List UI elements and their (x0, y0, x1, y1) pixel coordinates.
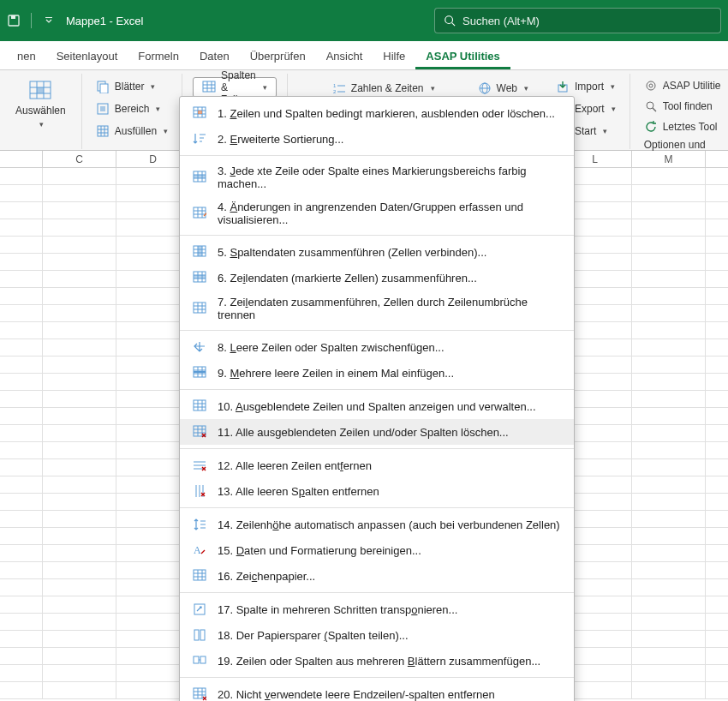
cell[interactable] (0, 562, 43, 578)
auswaehlen-button[interactable]: Auswählen ▾ (10, 77, 71, 130)
cell[interactable] (632, 579, 706, 596)
cell[interactable] (0, 374, 43, 390)
cell[interactable] (0, 614, 43, 630)
cell[interactable] (632, 391, 706, 407)
cell[interactable] (632, 168, 706, 184)
cell[interactable] (43, 374, 116, 390)
cell[interactable] (0, 631, 43, 647)
menu-item[interactable]: A15. Daten und Formatierung bereinigen..… (180, 537, 574, 563)
tab-seitenlayout[interactable]: Seitenlayout (46, 43, 128, 69)
bereich-button[interactable]: Bereich ▾ (92, 99, 171, 118)
cell[interactable] (43, 494, 116, 510)
cell[interactable] (43, 391, 116, 407)
cell[interactable] (43, 579, 116, 596)
cell[interactable] (632, 288, 706, 304)
menu-item[interactable]: 4. Änderungen in angrenzenden Daten/Grup… (180, 195, 574, 231)
tab-ansicht[interactable]: Ansicht (316, 43, 373, 69)
cell[interactable] (0, 494, 43, 510)
cell[interactable] (0, 425, 43, 441)
cell[interactable] (632, 511, 706, 527)
import-button[interactable]: Import ▾ (552, 77, 619, 96)
cell[interactable] (632, 648, 706, 664)
cell[interactable] (632, 356, 706, 373)
col-header[interactable] (0, 151, 43, 167)
asap-utilities-button[interactable]: ASAP Utilitie (641, 77, 725, 94)
ausfuellen-button[interactable]: Ausfüllen ▾ (92, 122, 171, 141)
cell[interactable] (632, 408, 706, 424)
cell[interactable] (43, 219, 116, 236)
cell[interactable] (0, 579, 43, 596)
cell[interactable] (632, 562, 706, 578)
quick-access-dropdown-icon[interactable] (42, 14, 56, 27)
cell[interactable] (43, 476, 116, 493)
cell[interactable] (0, 305, 43, 321)
cell[interactable] (0, 476, 43, 493)
cell[interactable] (43, 648, 116, 664)
cell[interactable] (43, 339, 116, 356)
cell[interactable] (0, 545, 43, 561)
cell[interactable] (43, 442, 116, 458)
cell[interactable] (43, 254, 116, 270)
tab-partial[interactable]: nen (7, 43, 46, 69)
cell[interactable] (0, 168, 43, 184)
cell[interactable] (0, 391, 43, 407)
menu-item[interactable]: 9. Mehrere leere Zeilen in einem Mal ein… (180, 360, 574, 386)
cell[interactable] (0, 648, 43, 664)
menu-item[interactable]: 19. Zeilen oder Spalten aus mehreren Blä… (180, 648, 574, 674)
cell[interactable] (43, 322, 116, 339)
menu-item[interactable]: 16. Zeichenpapier... (180, 563, 574, 589)
cell[interactable] (0, 356, 43, 373)
cell[interactable] (632, 545, 706, 561)
col-header-c[interactable]: C (43, 151, 116, 167)
cell[interactable] (43, 271, 116, 287)
cell[interactable] (632, 339, 706, 356)
menu-item[interactable]: 6. Zeilendaten (markierte Zellen) zusamm… (180, 265, 574, 291)
cell[interactable] (43, 545, 116, 561)
cell[interactable] (43, 614, 116, 630)
cell[interactable] (0, 511, 43, 527)
cell[interactable] (0, 322, 43, 339)
cell[interactable] (43, 408, 116, 424)
cell[interactable] (632, 665, 706, 681)
cell[interactable] (43, 596, 116, 613)
cell[interactable] (43, 511, 116, 527)
cell[interactable] (632, 442, 706, 458)
cell[interactable] (632, 254, 706, 270)
cell[interactable] (43, 202, 116, 219)
menu-item[interactable]: 13. Alle leeren Spalten entfernen (180, 478, 574, 504)
web-button[interactable]: Web ▾ (474, 79, 532, 98)
cell[interactable] (0, 254, 43, 270)
cell[interactable] (632, 425, 706, 441)
tab-formeln[interactable]: Formeln (128, 43, 189, 69)
menu-item[interactable]: 8. Leere Zeilen oder Spalten zwischenfüg… (180, 334, 574, 360)
cell[interactable] (632, 322, 706, 339)
menu-item[interactable]: 14. Zeilenhöhe automatisch anpassen (auc… (180, 512, 574, 537)
cell[interactable] (632, 237, 706, 253)
menu-item[interactable]: 1. Zeilen und Spalten bedingt markieren,… (180, 100, 574, 126)
cell[interactable] (632, 476, 706, 493)
cell[interactable] (632, 271, 706, 287)
cell[interactable] (43, 356, 116, 373)
cell[interactable] (0, 271, 43, 287)
cell[interactable] (43, 288, 116, 304)
blaetter-button[interactable]: Blätter ▾ (92, 77, 171, 96)
cell[interactable] (632, 614, 706, 630)
zahlen-zeiten-button[interactable]: 12 Zahlen & Zeiten ▾ (329, 79, 439, 98)
tab-daten[interactable]: Daten (189, 43, 240, 69)
cell[interactable] (43, 237, 116, 253)
cell[interactable] (0, 528, 43, 544)
menu-item[interactable]: 12. Alle leeren Zeilen entfernen (180, 452, 574, 478)
cell[interactable] (0, 442, 43, 458)
menu-item[interactable]: 11. Alle ausgeblendeten Zeilen und/oder … (180, 419, 574, 445)
menu-item[interactable]: 20. Nicht verwendete leere Endzeilen/-sp… (180, 681, 574, 701)
spalten-zeilen-button[interactable]: Spalten & Zeilen ▾ (193, 77, 277, 98)
cell[interactable] (0, 339, 43, 356)
menu-item[interactable]: 5. Spaltendaten zusammenführen (Zellen v… (180, 239, 574, 265)
tab-asap-utilities[interactable]: ASAP Utilities (415, 43, 510, 69)
letztes-tool-button[interactable]: Letztes Tool (641, 118, 725, 135)
cell[interactable] (0, 185, 43, 201)
cell[interactable] (632, 528, 706, 544)
menu-item[interactable]: 7. Zeilendaten zusammenführen, Zellen du… (180, 291, 574, 327)
cell[interactable] (0, 665, 43, 681)
cell[interactable] (43, 631, 116, 647)
